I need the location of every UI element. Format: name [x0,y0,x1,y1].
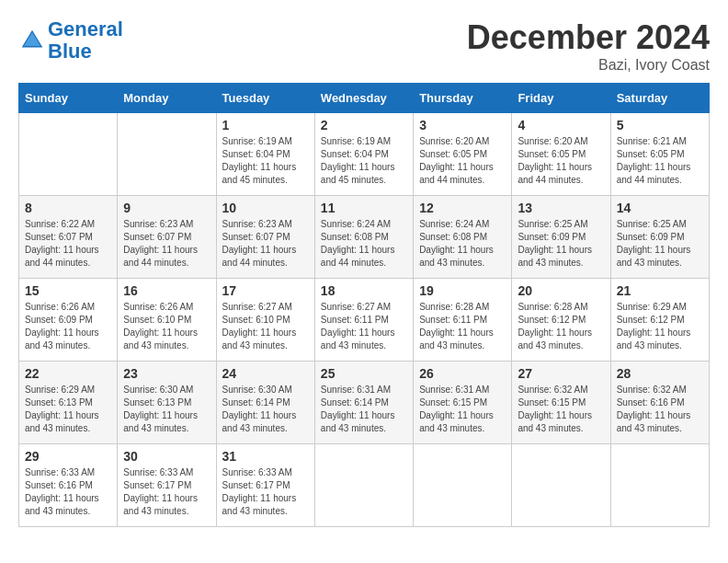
calendar-cell: 23Sunrise: 6:30 AMSunset: 6:13 PMDayligh… [118,362,216,444]
calendar-week-2: 8Sunrise: 6:22 AMSunset: 6:07 PMDaylight… [19,196,710,279]
calendar-cell: 26Sunrise: 6:31 AMSunset: 6:15 PMDayligh… [414,362,512,444]
month-title: December 2024 [467,18,710,57]
day-number: 28 [617,366,703,381]
day-number: 18 [321,283,407,298]
calendar-cell: 11Sunrise: 6:24 AMSunset: 6:08 PMDayligh… [314,196,413,279]
calendar-cell [512,444,610,527]
day-info: Sunrise: 6:30 AMSunset: 6:13 PMDaylight:… [123,384,210,435]
day-info: Sunrise: 6:21 AMSunset: 6:05 PMDaylight:… [617,135,703,187]
day-number: 13 [518,201,604,215]
calendar-cell [314,444,413,527]
calendar-cell: 30Sunrise: 6:33 AMSunset: 6:17 PMDayligh… [118,444,216,527]
calendar-cell [610,444,709,527]
day-number: 11 [321,201,407,215]
calendar-header: Sunday Monday Tuesday Wednesday Thursday… [19,84,710,113]
calendar-cell: 21Sunrise: 6:29 AMSunset: 6:12 PMDayligh… [610,279,709,362]
calendar-cell: 27Sunrise: 6:32 AMSunset: 6:15 PMDayligh… [512,362,610,444]
day-info: Sunrise: 6:22 AMSunset: 6:07 PMDaylight:… [25,218,111,270]
day-number: 25 [321,366,407,381]
day-info: Sunrise: 6:26 AMSunset: 6:10 PMDaylight:… [123,301,210,352]
calendar-week-1: 1Sunrise: 6:19 AMSunset: 6:04 PMDaylight… [19,113,710,196]
calendar-cell [118,113,216,196]
day-info: Sunrise: 6:30 AMSunset: 6:14 PMDaylight:… [222,384,309,435]
day-info: Sunrise: 6:29 AMSunset: 6:12 PMDaylight:… [617,301,703,352]
header-row: Sunday Monday Tuesday Wednesday Thursday… [19,84,710,113]
day-info: Sunrise: 6:32 AMSunset: 6:16 PMDaylight:… [617,384,703,435]
day-number: 16 [123,283,210,298]
calendar-cell: 5Sunrise: 6:21 AMSunset: 6:05 PMDaylight… [610,113,709,196]
logo-text: General Blue [48,18,123,63]
day-info: Sunrise: 6:32 AMSunset: 6:15 PMDaylight:… [518,384,604,435]
title-block: December 2024 Bazi, Ivory Coast [467,18,710,74]
calendar-cell: 1Sunrise: 6:19 AMSunset: 6:04 PMDaylight… [216,113,314,196]
day-info: Sunrise: 6:19 AMSunset: 6:04 PMDaylight:… [222,135,309,187]
day-number: 10 [222,201,309,215]
day-number: 12 [419,201,506,215]
calendar-cell: 12Sunrise: 6:24 AMSunset: 6:08 PMDayligh… [414,196,512,279]
calendar-cell: 16Sunrise: 6:26 AMSunset: 6:10 PMDayligh… [118,279,216,362]
col-tuesday: Tuesday [216,84,314,113]
logo: General Blue [18,18,123,63]
day-number: 23 [123,366,210,381]
day-info: Sunrise: 6:29 AMSunset: 6:13 PMDaylight:… [25,384,111,435]
day-number: 22 [25,366,111,381]
calendar-week-4: 22Sunrise: 6:29 AMSunset: 6:13 PMDayligh… [19,362,710,444]
calendar-cell: 8Sunrise: 6:22 AMSunset: 6:07 PMDaylight… [19,196,118,279]
day-info: Sunrise: 6:25 AMSunset: 6:09 PMDaylight:… [617,218,703,270]
calendar-body: 1Sunrise: 6:19 AMSunset: 6:04 PMDaylight… [19,113,710,527]
calendar-cell: 14Sunrise: 6:25 AMSunset: 6:09 PMDayligh… [610,196,709,279]
calendar-cell: 19Sunrise: 6:28 AMSunset: 6:11 PMDayligh… [414,279,512,362]
calendar-cell: 15Sunrise: 6:26 AMSunset: 6:09 PMDayligh… [19,279,118,362]
day-number: 9 [123,201,210,215]
day-number: 19 [419,283,506,298]
calendar-cell: 31Sunrise: 6:33 AMSunset: 6:17 PMDayligh… [216,444,314,527]
calendar-cell: 13Sunrise: 6:25 AMSunset: 6:09 PMDayligh… [512,196,610,279]
col-saturday: Saturday [610,84,709,113]
day-info: Sunrise: 6:24 AMSunset: 6:08 PMDaylight:… [419,218,506,270]
calendar-cell: 29Sunrise: 6:33 AMSunset: 6:16 PMDayligh… [19,444,118,527]
day-number: 20 [518,283,604,298]
day-number: 1 [222,118,309,132]
col-thursday: Thursday [414,84,512,113]
day-info: Sunrise: 6:31 AMSunset: 6:15 PMDaylight:… [419,384,506,435]
day-info: Sunrise: 6:27 AMSunset: 6:11 PMDaylight:… [321,301,407,352]
day-number: 3 [419,118,506,132]
page-header: General Blue December 2024 Bazi, Ivory C… [18,18,710,74]
calendar-cell: 24Sunrise: 6:30 AMSunset: 6:14 PMDayligh… [216,362,314,444]
calendar-cell [414,444,512,527]
col-wednesday: Wednesday [314,84,413,113]
day-info: Sunrise: 6:23 AMSunset: 6:07 PMDaylight:… [123,218,210,270]
calendar-cell: 25Sunrise: 6:31 AMSunset: 6:14 PMDayligh… [314,362,413,444]
calendar-cell: 9Sunrise: 6:23 AMSunset: 6:07 PMDaylight… [118,196,216,279]
day-info: Sunrise: 6:26 AMSunset: 6:09 PMDaylight:… [25,301,111,352]
day-info: Sunrise: 6:20 AMSunset: 6:05 PMDaylight:… [419,135,506,187]
col-monday: Monday [118,84,216,113]
day-number: 17 [222,283,309,298]
day-info: Sunrise: 6:28 AMSunset: 6:11 PMDaylight:… [419,301,506,352]
day-number: 14 [617,201,703,215]
location: Bazi, Ivory Coast [467,57,710,74]
day-info: Sunrise: 6:33 AMSunset: 6:17 PMDaylight:… [123,466,210,518]
day-info: Sunrise: 6:25 AMSunset: 6:09 PMDaylight:… [518,218,604,270]
day-info: Sunrise: 6:19 AMSunset: 6:04 PMDaylight:… [321,135,407,187]
calendar-cell [19,113,118,196]
day-info: Sunrise: 6:31 AMSunset: 6:14 PMDaylight:… [321,384,407,435]
day-info: Sunrise: 6:20 AMSunset: 6:05 PMDaylight:… [518,135,604,187]
day-number: 30 [123,449,210,464]
day-info: Sunrise: 6:27 AMSunset: 6:10 PMDaylight:… [222,301,309,352]
day-number: 27 [518,366,604,381]
calendar-cell: 3Sunrise: 6:20 AMSunset: 6:05 PMDaylight… [414,113,512,196]
day-info: Sunrise: 6:33 AMSunset: 6:16 PMDaylight:… [25,466,111,518]
svg-marker-1 [24,32,40,46]
logo-icon [18,27,46,54]
col-sunday: Sunday [19,84,118,113]
calendar-cell: 28Sunrise: 6:32 AMSunset: 6:16 PMDayligh… [610,362,709,444]
calendar-cell: 17Sunrise: 6:27 AMSunset: 6:10 PMDayligh… [216,279,314,362]
day-info: Sunrise: 6:23 AMSunset: 6:07 PMDaylight:… [222,218,309,270]
calendar-week-5: 29Sunrise: 6:33 AMSunset: 6:16 PMDayligh… [19,444,710,527]
calendar-cell: 22Sunrise: 6:29 AMSunset: 6:13 PMDayligh… [19,362,118,444]
calendar-cell: 4Sunrise: 6:20 AMSunset: 6:05 PMDaylight… [512,113,610,196]
day-number: 2 [321,118,407,132]
day-info: Sunrise: 6:28 AMSunset: 6:12 PMDaylight:… [518,301,604,352]
calendar-cell: 20Sunrise: 6:28 AMSunset: 6:12 PMDayligh… [512,279,610,362]
